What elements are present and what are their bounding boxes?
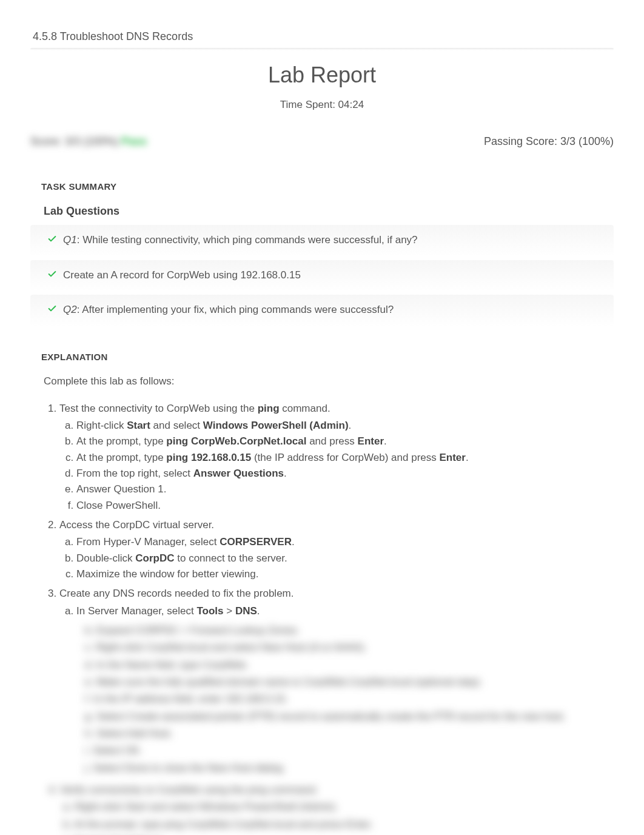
- explanation-steps: Test the connectivity to CorpWeb using t…: [41, 401, 614, 619]
- score-row: Score: 3/3 (100%) Pass Passing Score: 3/…: [30, 135, 614, 148]
- step-3-substeps: In Server Manager, select Tools > DNS.: [59, 603, 614, 619]
- header-divider: [30, 48, 614, 50]
- score-pass-blurred: Pass: [121, 135, 147, 147]
- blurred-line: f. In the IP address field, enter 192.16…: [70, 691, 614, 707]
- explanation-heading: EXPLANATION: [41, 352, 614, 362]
- blurred-line: c. Right-click CorpNet.local and select …: [70, 640, 614, 656]
- score-text-blurred: Score: 3/3 (100%): [30, 135, 121, 147]
- q-label: Q2: [63, 304, 77, 315]
- passing-score: Passing Score: 3/3 (100%): [484, 135, 614, 148]
- step-3a: In Server Manager, select Tools > DNS.: [76, 603, 614, 619]
- step-2-text: Access the CorpDC virtual server.: [59, 519, 214, 531]
- question-item: Q1: While testing connectivity, which pi…: [30, 225, 614, 257]
- score-earned-blurred: Score: 3/3 (100%) Pass: [30, 135, 147, 148]
- blurred-line: a. Right-click Start and select Windows …: [49, 799, 614, 815]
- step-1f: Close PowerShell.: [76, 498, 614, 514]
- blurred-line: 4. Verify connectivity to CorpWeb using …: [49, 782, 614, 798]
- question-text: Q2: After implementing your fix, which p…: [63, 302, 394, 318]
- step-3: Create any DNS records needed to fix the…: [59, 586, 614, 619]
- blurred-line: j. Select Done to close the New Host dia…: [70, 760, 614, 776]
- question-text: Create an A record for CorpWeb using 192…: [63, 267, 301, 283]
- step-1b: At the prompt, type ping CorpWeb.CorpNet…: [76, 434, 614, 449]
- check-icon: [47, 234, 57, 244]
- question-text: Q1: While testing connectivity, which pi…: [63, 232, 418, 248]
- time-spent: Time Spent: 04:24: [30, 99, 614, 111]
- blurred-content: b. Expand CORPDC > Forward Lookup Zones.…: [41, 623, 614, 776]
- step-3-text: Create any DNS records needed to fix the…: [59, 588, 293, 599]
- task-summary-heading: TASK SUMMARY: [30, 181, 614, 192]
- step-1d: From the top right, select Answer Questi…: [76, 466, 614, 481]
- blurred-line: h. Select Add Host.: [70, 726, 614, 742]
- check-icon: [47, 304, 57, 314]
- explanation-intro: Complete this lab as follows:: [41, 375, 614, 387]
- step-1-text: Test the connectivity to CorpWeb using t…: [59, 403, 330, 414]
- step-2b: Double-click CorpDC to connect to the se…: [76, 551, 614, 566]
- step-2-substeps: From Hyper-V Manager, select CORPSERVER.…: [59, 534, 614, 582]
- check-icon: [47, 269, 57, 279]
- breadcrumb: 4.5.8 Troubleshoot DNS Records: [30, 30, 614, 43]
- q-label: Q1: [63, 234, 77, 246]
- step-1a: Right-click Start and select Windows Pow…: [76, 418, 614, 434]
- lab-questions-heading: Lab Questions: [30, 205, 614, 218]
- blurred-line: d. In the Name field, type CorpWeb.: [70, 657, 614, 673]
- step-1e: Answer Question 1.: [76, 481, 614, 497]
- step-1-substeps: Right-click Start and select Windows Pow…: [59, 418, 614, 514]
- q-body: : After implementing your fix, which pin…: [77, 304, 394, 315]
- blurred-line: g. Select Create associated pointer (PTR…: [70, 709, 614, 725]
- step-2c: Maximize the window for better viewing.: [76, 566, 614, 582]
- explanation-section: EXPLANATION Complete this lab as follows…: [30, 352, 614, 836]
- blurred-line: b. Expand CORPDC > Forward Lookup Zones.: [70, 623, 614, 639]
- task-summary-section: TASK SUMMARY Lab Questions Q1: While tes…: [30, 181, 614, 326]
- blurred-line: e. Make sure the fully qualified domain …: [70, 674, 614, 690]
- step-2: Access the CorpDC virtual server. From H…: [59, 517, 614, 582]
- blurred-line: b. At the prompt, type ping CorpWeb.Corp…: [49, 817, 614, 833]
- step-1c: At the prompt, type ping 192.168.0.15 (t…: [76, 450, 614, 466]
- page-title: Lab Report: [30, 62, 614, 88]
- blurred-line: i. Select OK.: [70, 743, 614, 759]
- q-body: Create an A record for CorpWeb using 192…: [63, 269, 301, 281]
- question-item: Q2: After implementing your fix, which p…: [30, 295, 614, 326]
- blurred-step-4: 4. Verify connectivity to CorpWeb using …: [41, 782, 614, 835]
- header: 4.5.8 Troubleshoot DNS Records Lab Repor…: [30, 30, 614, 111]
- question-item: Create an A record for CorpWeb using 192…: [30, 260, 614, 292]
- q-body: : While testing connectivity, which ping…: [77, 234, 418, 246]
- step-1: Test the connectivity to CorpWeb using t…: [59, 401, 614, 514]
- step-2a: From Hyper-V Manager, select CORPSERVER.: [76, 534, 614, 550]
